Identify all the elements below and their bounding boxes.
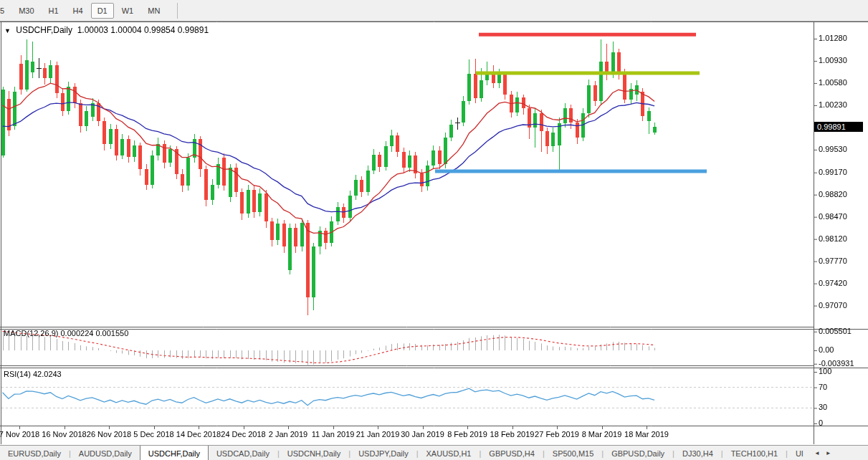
tab-gbpusd-daily[interactable]: GBPUSD,Daily (604, 447, 672, 460)
tab-usdcad-daily[interactable]: USDCAD,Daily (209, 447, 277, 460)
tab-gbpusd-h4[interactable]: GBPUSD,H4 (481, 447, 543, 460)
date-tick-label: 14 Dec 2018 (176, 430, 221, 439)
rsi-tick-label: 0 (819, 418, 823, 427)
rsi-tick-label: 30 (819, 403, 827, 411)
price-tick-label: 1.00580 (819, 78, 847, 87)
date-tick-label: 16 Nov 2018 (42, 430, 86, 439)
date-tick-label: 21 Jan 2019 (356, 430, 400, 439)
price-tick-label: 1.01280 (819, 34, 847, 42)
chart-dropdown-icon[interactable]: ▼ (4, 27, 11, 34)
tabs-scroll-left-icon[interactable]: ◄ (811, 450, 823, 460)
timeframe-button-h1[interactable]: H1 (42, 3, 65, 19)
macd-tick-label: 0.00 (819, 345, 834, 354)
rsi-tick-label: 70 (819, 383, 827, 391)
rsi-indicator-label: RSI(14) (4, 370, 31, 378)
symbol-tabs: EURUSD,Daily|AUDUSD,DailyUSDCHF,DailyUSD… (0, 447, 811, 460)
price-tick-label: 0.97070 (819, 301, 847, 310)
rsi-indicator-value: 42.0243 (33, 370, 62, 378)
rsi-label-row: RSI(14) 42.0243 (4, 370, 62, 378)
tab-usdcnh-daily[interactable]: USDCNH,Daily (280, 447, 349, 460)
timeframe-button-h4[interactable]: H4 (67, 3, 90, 19)
price-tick-label: 0.98120 (819, 234, 847, 243)
timeframe-button-m30[interactable]: M30 (12, 3, 40, 19)
rsi-tick-label: 100 (819, 367, 831, 375)
tab-usdjpy-daily[interactable]: USDJPY,Daily (350, 447, 416, 460)
macd-label-row: MACD(12,26,9) 0.000224 0.001550 (4, 329, 128, 337)
price-tick-label: 0.98820 (819, 190, 847, 198)
timeframe-button-w1[interactable]: W1 (115, 3, 140, 19)
tab-tech100-h1[interactable]: TECH100,H1 (723, 447, 786, 460)
date-tick-label: 18 Feb 2019 (490, 430, 535, 439)
toolbar-divider (177, 3, 178, 19)
date-tick-label: 5 Dec 2018 (133, 430, 173, 439)
date-tick-label: 18 Mar 2019 (624, 430, 669, 439)
symbol-tabbar: EURUSD,Daily|AUDUSD,DailyUSDCHF,DailyUSD… (0, 445, 868, 460)
tab-sp500-m15[interactable]: SP500,M15 (545, 447, 601, 460)
timeframe-toolbar: 5M30H1H4D1W1MN (0, 0, 868, 21)
chart-ohlc-values: 1.00003 1.00004 0.99854 0.99891 (77, 25, 209, 35)
tab-eurusd-daily[interactable]: EURUSD,Daily (0, 447, 69, 460)
current-price-badge: 0.99891 (814, 122, 863, 132)
date-tick-label: 8 Mar 2019 (582, 430, 622, 439)
date-tick-label: 2 Jan 2019 (269, 430, 307, 439)
date-tick-label: 26 Nov 2018 (87, 430, 131, 439)
price-tick-label: 0.99170 (819, 168, 847, 176)
trading-terminal: 5M30H1H4D1W1MN ▼ USDCHF,Daily 1.00003 1.… (0, 0, 868, 460)
main-chart-canvas[interactable] (0, 0, 868, 460)
timeframe-button-mn[interactable]: MN (141, 3, 166, 19)
macd-indicator-values: 0.000224 0.001550 (60, 329, 128, 337)
date-tick-label: 27 Feb 2019 (535, 430, 579, 439)
tab-ui[interactable]: UI (788, 447, 811, 460)
tab-usdchf-daily[interactable]: USDCHF,Daily (140, 445, 209, 460)
date-tick-label: 11 Jan 2019 (312, 430, 355, 439)
chart-title-row: ▼ USDCHF,Daily 1.00003 1.00004 0.99854 0… (4, 25, 209, 35)
date-tick-label: 30 Jan 2019 (401, 430, 444, 439)
price-tick-label: 0.97770 (819, 257, 847, 265)
macd-tick-label: -0.003931 (819, 359, 854, 368)
macd-indicator-label: MACD(12,26,9) (4, 329, 58, 337)
timeframe-button-5[interactable]: 5 (0, 3, 11, 19)
date-tick-label: 8 Feb 2019 (447, 430, 487, 439)
chart-symbol-label: USDCHF,Daily (16, 25, 72, 35)
tab-xauusd-h1[interactable]: XAUUSD,H1 (419, 447, 480, 460)
timeframe-buttons: 5M30H1H4D1W1MN (0, 3, 167, 19)
price-tick-label: 1.00230 (819, 100, 847, 109)
timeframe-button-d1[interactable]: D1 (91, 3, 114, 19)
tabs-scroll-right-icon[interactable]: ► (823, 450, 834, 460)
macd-tick-label: 0.005501 (819, 327, 852, 335)
tab-audusd-daily[interactable]: AUDUSD,Daily (71, 447, 140, 460)
tab-dj30-h4[interactable]: DJ30,H4 (674, 447, 721, 460)
date-tick-label: 24 Dec 2018 (221, 430, 265, 439)
price-tick-label: 0.97420 (819, 279, 847, 287)
price-tick-label: 0.99530 (819, 145, 847, 153)
price-tick-label: 0.98470 (819, 212, 847, 221)
price-tick-label: 1.00930 (819, 56, 847, 64)
date-tick-label: 7 Nov 2018 (0, 430, 39, 439)
